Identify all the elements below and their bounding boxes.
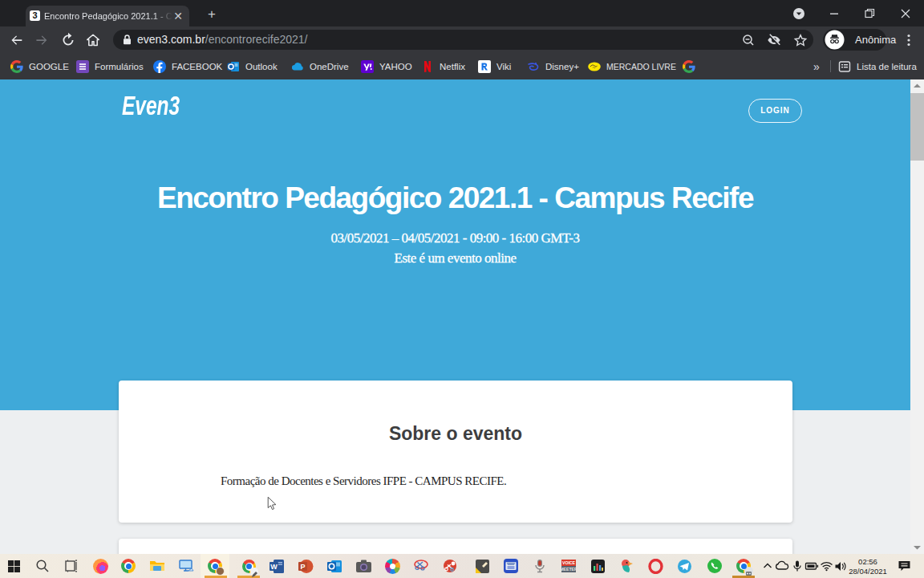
svg-text:W: W bbox=[270, 562, 278, 570]
svg-text:P: P bbox=[300, 562, 305, 570]
svg-text:MEETER: MEETER bbox=[561, 567, 577, 572]
svg-text:VOICE: VOICE bbox=[562, 560, 576, 565]
